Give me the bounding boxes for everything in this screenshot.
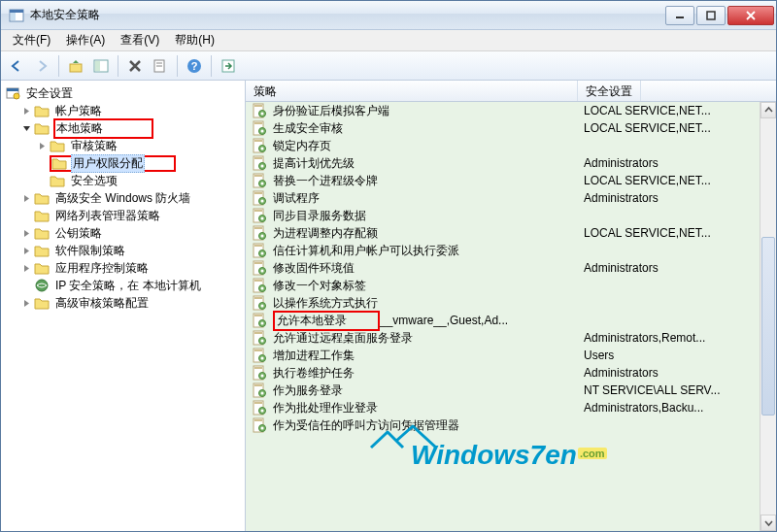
- tree-network-list[interactable]: 网络列表管理器策略: [17, 207, 245, 224]
- policy-row[interactable]: 允许通过远程桌面服务登录Administrators,Remot...: [246, 329, 776, 347]
- policy-icon: [252, 278, 267, 293]
- tree-ipsec[interactable]: IP 安全策略，在 本地计算机: [17, 277, 245, 294]
- policy-name: 执行卷维护任务: [273, 365, 584, 382]
- svg-rect-31: [254, 157, 262, 159]
- policy-row[interactable]: 提高计划优先级Administrators: [246, 154, 776, 172]
- policy-row[interactable]: 修改固件环境值Administrators: [246, 259, 776, 277]
- forward-button[interactable]: [30, 54, 53, 78]
- tree-advanced-audit[interactable]: 高级审核策略配置: [17, 294, 245, 312]
- column-setting[interactable]: 安全设置: [578, 81, 641, 101]
- svg-rect-59: [254, 280, 262, 282]
- policy-icon: [252, 208, 267, 223]
- policy-value: LOCAL SERVICE,NET...: [584, 226, 770, 240]
- policy-row[interactable]: 执行卷维护任务Administrators: [246, 364, 776, 382]
- help-button[interactable]: ?: [183, 54, 206, 78]
- svg-rect-51: [254, 245, 262, 247]
- maximize-button[interactable]: [696, 6, 726, 25]
- tree-audit-policy[interactable]: 审核策略: [32, 137, 245, 154]
- menu-file[interactable]: 文件(F): [5, 30, 58, 50]
- svg-point-81: [261, 375, 264, 378]
- expand-icon[interactable]: [36, 140, 48, 151]
- folder-icon: [51, 155, 67, 171]
- policy-row[interactable]: 锁定内存页: [246, 137, 776, 154]
- expand-icon[interactable]: [20, 105, 32, 116]
- export-button[interactable]: [217, 54, 240, 78]
- svg-point-37: [261, 183, 264, 185]
- svg-point-57: [261, 270, 264, 273]
- svg-rect-83: [254, 384, 262, 386]
- policy-row[interactable]: 同步目录服务数据: [246, 207, 776, 224]
- folder-icon: [34, 295, 50, 311]
- tree-app-control[interactable]: 应用程序控制策略: [17, 259, 245, 277]
- expand-icon[interactable]: [20, 192, 32, 204]
- policy-row[interactable]: 生成安全审核LOCAL SERVICE,NET...: [246, 119, 776, 137]
- svg-point-53: [261, 252, 264, 255]
- scroll-down-button[interactable]: [760, 515, 776, 531]
- tree-security-options[interactable]: 安全选项: [32, 172, 245, 189]
- policy-row[interactable]: 信任计算机和用户帐户可以执行委派: [246, 242, 776, 259]
- tree-firewall[interactable]: 高级安全 Windows 防火墙: [17, 189, 245, 207]
- scroll-track[interactable]: [760, 118, 776, 515]
- show-tree-button[interactable]: [89, 54, 113, 78]
- svg-point-89: [261, 410, 264, 413]
- menu-view[interactable]: 查看(V): [113, 30, 167, 50]
- tree-local-policy[interactable]: 本地策略: [17, 119, 245, 137]
- svg-point-93: [261, 427, 264, 430]
- tree-account-policy[interactable]: 帐户策略: [17, 102, 245, 119]
- svg-rect-15: [7, 88, 18, 91]
- watermark-text: Windows7en: [411, 440, 577, 471]
- policy-icon: [252, 417, 267, 433]
- policy-list[interactable]: 身份验证后模拟客户端LOCAL SERVICE,NET...生成安全审核LOCA…: [246, 102, 776, 531]
- svg-rect-43: [254, 210, 262, 212]
- expand-icon[interactable]: [20, 227, 32, 239]
- tree-software-restriction[interactable]: 软件限制策略: [17, 242, 245, 259]
- menu-help[interactable]: 帮助(H): [167, 30, 222, 50]
- svg-rect-7: [95, 61, 100, 71]
- properties-button[interactable]: [149, 54, 172, 78]
- watermark: Windows7en.com: [411, 440, 607, 471]
- policy-icon: [252, 103, 267, 118]
- scroll-up-button[interactable]: [760, 102, 776, 118]
- tree-label: 软件限制策略: [53, 242, 127, 260]
- policy-row[interactable]: 作为批处理作业登录Administrators,Backu...: [246, 399, 776, 416]
- svg-point-16: [14, 93, 19, 99]
- policy-row[interactable]: 调试程序Administrators: [246, 189, 776, 207]
- policy-row[interactable]: 作为受信任的呼叫方访问凭据管理器: [246, 416, 776, 434]
- vertical-scrollbar[interactable]: [760, 102, 776, 531]
- policy-value: NT SERVICE\ALL SERV...: [584, 383, 770, 397]
- tree-public-key[interactable]: 公钥策略: [17, 224, 245, 242]
- menu-action[interactable]: 操作(A): [58, 30, 113, 50]
- svg-rect-2: [10, 10, 23, 13]
- policy-row[interactable]: 替换一个进程级令牌LOCAL SERVICE,NET...: [246, 172, 776, 189]
- expand-icon[interactable]: [20, 297, 32, 309]
- expand-icon[interactable]: [20, 262, 32, 274]
- nav-tree[interactable]: 安全设置 帐户策略 本地策略 审核策略 用户权限分配 安全选项 高级安全: [1, 81, 246, 531]
- policy-value: Administrators,Backu...: [584, 401, 770, 415]
- titlebar[interactable]: 本地安全策略: [1, 1, 776, 30]
- scroll-thumb[interactable]: [761, 237, 775, 416]
- policy-row[interactable]: 作为服务登录NT SERVICE\ALL SERV...: [246, 382, 776, 399]
- tree-root[interactable]: 安全设置: [1, 84, 245, 102]
- svg-point-49: [261, 235, 264, 238]
- back-button[interactable]: [5, 54, 28, 78]
- svg-point-61: [261, 287, 264, 290]
- up-button[interactable]: [64, 54, 87, 78]
- policy-row[interactable]: 身份验证后模拟客户端LOCAL SERVICE,NET...: [246, 102, 776, 119]
- policy-row[interactable]: 为进程调整内存配额LOCAL SERVICE,NET...: [246, 224, 776, 242]
- svg-rect-5: [70, 64, 82, 72]
- close-button[interactable]: [727, 6, 774, 25]
- policy-row[interactable]: 以操作系统方式执行: [246, 294, 776, 312]
- policy-row[interactable]: 允许本地登录__vmware__,Guest,Ad...: [246, 312, 776, 329]
- expand-icon[interactable]: [20, 245, 32, 256]
- policy-row[interactable]: 修改一个对象标签: [246, 277, 776, 294]
- tree-user-rights[interactable]: 用户权限分配: [32, 154, 245, 172]
- svg-rect-71: [254, 332, 262, 334]
- policy-row[interactable]: 增加进程工作集Users: [246, 347, 776, 364]
- ipsec-icon: [34, 278, 50, 293]
- minimize-button[interactable]: [665, 6, 694, 25]
- policy-icon: [252, 348, 267, 363]
- column-policy[interactable]: 策略: [246, 81, 578, 101]
- policy-value: Administrators: [584, 366, 770, 380]
- delete-button[interactable]: [123, 54, 147, 78]
- collapse-icon[interactable]: [20, 122, 32, 134]
